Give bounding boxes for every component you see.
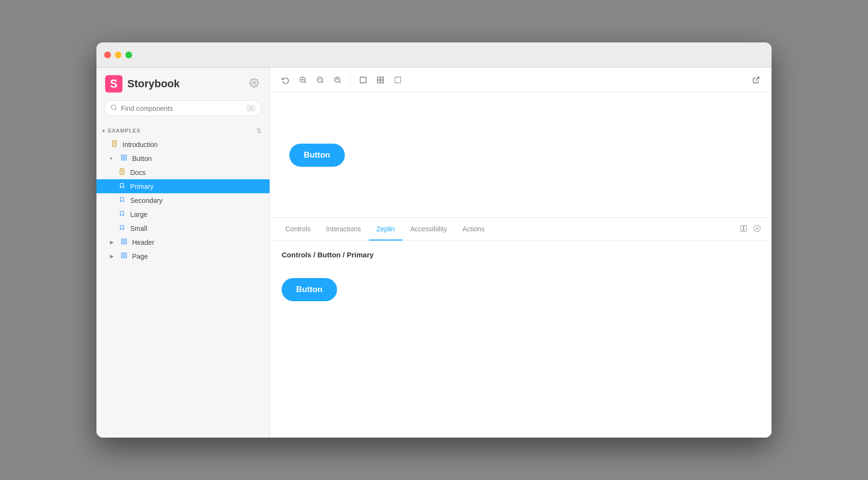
svg-rect-18 [124, 239, 126, 241]
large-label: Large [130, 211, 148, 218]
toolbar [270, 67, 772, 93]
svg-rect-21 [122, 253, 123, 255]
tab-zeplin[interactable]: Zeplin [369, 218, 403, 240]
grid-icon [377, 76, 384, 84]
doc-icon [110, 140, 119, 148]
bottom-panel: Controls Interactions Zeplin Accessibili… [270, 218, 772, 438]
sidebar-item-button-large[interactable]: Large [96, 207, 270, 221]
right-panel: Button Controls Interactions Zeplin Acce… [270, 67, 772, 438]
svg-line-39 [756, 77, 759, 80]
tabs-bar: Controls Interactions Zeplin Accessibili… [270, 218, 772, 241]
page-label: Page [132, 253, 148, 260]
svg-point-32 [335, 77, 340, 82]
close-panel-button[interactable] [750, 223, 764, 236]
svg-rect-9 [122, 155, 123, 157]
expand-icon: ▾ [110, 156, 115, 161]
sidebar-header: S Storybook [96, 75, 270, 100]
panel-preview-button[interactable]: Button [282, 278, 337, 301]
app-window: S Storybook [96, 42, 772, 438]
refresh-button[interactable] [278, 73, 293, 87]
doc-icon-docs [118, 168, 126, 176]
search-shortcut: / [246, 105, 256, 112]
primary-label: Primary [130, 183, 153, 190]
preview-area: Button [270, 93, 772, 218]
sidebar-item-button-primary[interactable]: Primary [96, 179, 270, 193]
svg-text:S: S [110, 78, 117, 90]
zoom-out-icon [316, 76, 324, 84]
zoom-out-button[interactable] [312, 73, 328, 87]
external-link-icon [752, 76, 760, 84]
zoom-in-button[interactable] [295, 73, 311, 87]
panel-layout-icon [740, 225, 747, 232]
sidebar-section-examples: ▾ EXAMPLES ⇅ Introduction ▾ [96, 124, 270, 267]
close-button[interactable] [104, 52, 111, 58]
outline-button[interactable] [390, 73, 406, 87]
svg-rect-11 [124, 158, 126, 160]
svg-rect-40 [741, 226, 743, 231]
section-header[interactable]: ▾ EXAMPLES ⇅ [96, 124, 270, 137]
sidebar-item-header[interactable]: ▶ Header [96, 235, 270, 249]
secondary-label: Secondary [130, 197, 163, 204]
sidebar-item-button-small[interactable]: Small [96, 221, 270, 235]
tab-actions[interactable]: Actions [455, 218, 492, 240]
section-label: EXAMPLES [108, 128, 141, 133]
sidebar-item-button[interactable]: ▾ Button [96, 151, 270, 165]
section-header-left: ▾ EXAMPLES [102, 128, 140, 133]
search-bar: / [104, 100, 262, 116]
svg-rect-23 [124, 256, 126, 258]
svg-rect-17 [122, 239, 123, 241]
sidebar-item-button-docs[interactable]: Docs [96, 165, 270, 179]
svg-rect-22 [124, 253, 126, 255]
breadcrumb: Controls / Button / Primary [282, 251, 760, 259]
tab-accessibility[interactable]: Accessibility [403, 218, 455, 240]
tab-controls[interactable]: Controls [278, 218, 318, 240]
gear-icon [249, 78, 259, 88]
minimize-button[interactable] [115, 52, 122, 58]
open-external-button[interactable] [748, 73, 764, 87]
component-icon [120, 154, 128, 162]
search-input[interactable] [121, 105, 243, 112]
zoom-in-icon [299, 76, 307, 84]
small-label: Small [130, 225, 147, 232]
main-layout: S Storybook [96, 67, 772, 438]
reset-zoom-button[interactable] [330, 73, 345, 87]
panel-layout-button[interactable] [737, 223, 750, 236]
preview-button[interactable]: Button [289, 144, 345, 167]
svg-line-33 [339, 81, 340, 83]
maximize-button[interactable] [125, 52, 132, 58]
svg-rect-24 [122, 256, 123, 258]
svg-line-4 [115, 109, 117, 110]
svg-rect-12 [122, 158, 123, 160]
svg-rect-38 [395, 77, 401, 83]
outline-icon [394, 76, 402, 84]
grid-button[interactable] [373, 73, 388, 87]
svg-rect-41 [744, 226, 746, 231]
bookmark-icon-large [118, 210, 126, 218]
sidebar: S Storybook [96, 67, 270, 438]
component-icon-header [120, 238, 128, 246]
bookmark-icon-small [118, 224, 126, 232]
expand-icon-page: ▶ [110, 253, 115, 259]
window-controls [104, 52, 132, 58]
storybook-logo-icon: S [105, 75, 122, 93]
search-input-wrap[interactable]: / [104, 100, 262, 116]
header-label: Header [132, 239, 154, 246]
tab-interactions[interactable]: Interactions [318, 218, 368, 240]
panel-content: Controls / Button / Primary Button [270, 241, 772, 438]
chevron-down-icon: ▾ [102, 128, 105, 133]
sidebar-item-introduction[interactable]: Introduction [96, 137, 270, 151]
background-button[interactable] [355, 73, 371, 87]
sidebar-item-page[interactable]: ▶ Page [96, 249, 270, 263]
sidebar-item-button-secondary[interactable]: Secondary [96, 193, 270, 207]
settings-button[interactable] [247, 76, 261, 92]
logo-text: Storybook [127, 78, 180, 90]
search-icon [110, 104, 117, 112]
titlebar [96, 42, 772, 67]
svg-line-30 [322, 81, 323, 83]
bookmark-icon-primary [118, 182, 126, 190]
svg-rect-10 [124, 155, 126, 157]
button-group-label: Button [132, 155, 151, 162]
toolbar-divider-1 [350, 74, 351, 86]
svg-rect-19 [124, 242, 126, 244]
svg-point-2 [253, 81, 256, 84]
